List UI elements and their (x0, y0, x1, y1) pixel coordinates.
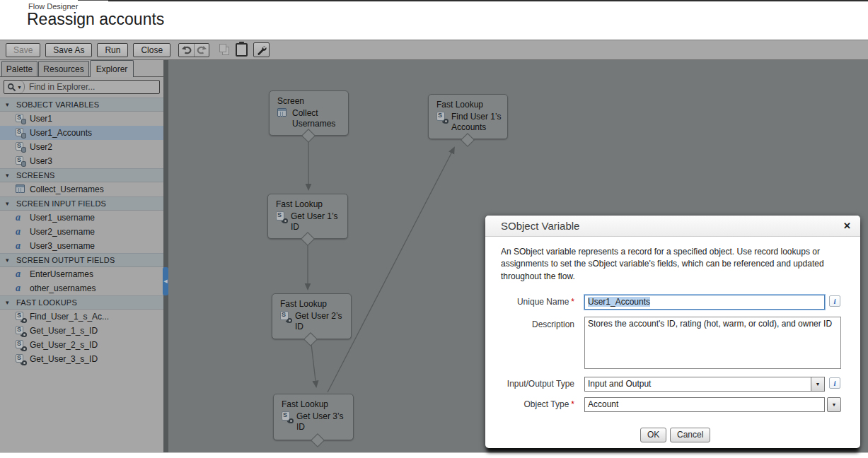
tree-item-user1[interactable]: SUser1 (0, 112, 163, 126)
tree-item-user3[interactable]: SUser3 (0, 154, 163, 168)
info-icon[interactable]: i (829, 295, 840, 307)
explorer-search-input[interactable]: ▼ Find in Explorer... (4, 80, 160, 94)
undo-redo-group (178, 43, 209, 57)
flow-node-collect-usernames[interactable]: Screen Collect Usernames (269, 90, 349, 136)
tab-explorer[interactable]: Explorer (90, 60, 134, 77)
chevron-down-icon: ▾ (6, 200, 13, 207)
chevron-down-icon: ▾ (6, 257, 13, 264)
flow-node-find-user-1s-accounts[interactable]: Fast Lookup SFind User 1’s Accounts (428, 94, 508, 139)
sobject-variable-icon: S (16, 128, 25, 138)
unique-name-input[interactable]: User1_Accounts (584, 295, 825, 310)
sidebar-collapse-handle[interactable]: ◀ (163, 267, 168, 295)
tree-item-collect-usernames[interactable]: Collect_Usernames (0, 182, 163, 196)
chevron-down-icon: ▾ (6, 299, 13, 306)
window-top-border (108, 0, 868, 1)
save-button[interactable]: Save (6, 43, 40, 57)
flow-designer-app: Flow Designer Reassign accounts Save Sav… (0, 0, 868, 458)
search-icon[interactable]: ▼ (4, 81, 25, 93)
sidebar-splitter[interactable] (163, 60, 168, 452)
tree-item-find-user-1-s-ac[interactable]: SFind_User_1_s_Ac... (0, 310, 163, 324)
window-tab-edge (78, 0, 108, 1)
text-field-icon: a (16, 213, 25, 223)
required-marker: * (571, 297, 574, 307)
ok-button[interactable]: OK (640, 428, 666, 442)
flow-node-get-user-2s-id[interactable]: Fast Lookup SGet User 2’s ID (272, 293, 352, 339)
tree-item-user1-username[interactable]: aUser1_username (0, 211, 163, 225)
tree-item-other-usernames[interactable]: aother_usernames (0, 281, 163, 295)
info-icon[interactable]: i (829, 377, 840, 389)
tab-resources[interactable]: Resources (38, 61, 89, 77)
wrench-icon[interactable] (253, 42, 270, 57)
tree-item-user2[interactable]: SUser2 (0, 140, 163, 154)
paste-icon[interactable] (236, 43, 248, 57)
redo-icon[interactable] (194, 44, 209, 57)
tree-item-user3-username[interactable]: aUser3_username (0, 239, 163, 253)
undo-icon[interactable] (179, 44, 194, 57)
object-type-label: Object Type* (485, 399, 574, 409)
chevron-left-icon: ◀ (163, 278, 167, 284)
fast-lookup-icon: S (16, 326, 25, 336)
io-type-label: Input/Output Type (485, 379, 574, 389)
fast-lookup-icon: S (280, 311, 291, 322)
chevron-down-icon: ▾ (6, 101, 13, 108)
tree-item-enterusernames[interactable]: aEnterUsernames (0, 267, 163, 281)
tree-section-screen-input-fields[interactable]: ▾SCREEN INPUT FIELDS (0, 196, 163, 211)
save-as-button[interactable]: Save As (45, 43, 92, 57)
explorer-sidebar: Palette Resources Explorer ▼ Find in Exp… (0, 60, 163, 452)
dialog-title: SObject Variable (485, 216, 860, 237)
flow-node-get-user-3s-id[interactable]: Fast Lookup SGet User 3’s ID (273, 394, 354, 440)
page-title: Reassign accounts (27, 10, 164, 29)
dialog-description-text: An SObject variable represents a record … (485, 237, 860, 283)
fast-lookup-icon: S (282, 411, 292, 422)
selected-text: User1_Accounts (588, 297, 650, 307)
screen-icon (16, 184, 25, 194)
chevron-down-icon: ▼ (17, 85, 22, 90)
sobject-variable-dialog: SObject Variable ✕ An SObject variable r… (485, 216, 860, 448)
tree-section-sobject-variables[interactable]: ▾SOBJECT VARIABLES (0, 98, 163, 112)
cancel-button[interactable]: Cancel (670, 428, 710, 442)
chevron-down-icon: ▾ (6, 172, 13, 179)
tree-section-screen-output-fields[interactable]: ▾SCREEN OUTPUT FIELDS (0, 253, 163, 267)
fast-lookup-icon: S (16, 312, 25, 322)
copy-icon[interactable] (219, 44, 230, 56)
description-label: Description (485, 319, 574, 329)
tree-item-user2-username[interactable]: aUser2_username (0, 225, 163, 239)
required-marker: * (571, 399, 574, 409)
sobject-variable-icon: S (16, 142, 25, 152)
chevron-down-icon[interactable]: ▼ (811, 377, 824, 391)
tree-section-screens[interactable]: ▾SCREENS (0, 168, 163, 182)
close-button[interactable]: Close (133, 43, 170, 57)
tree-section-fast-lookups[interactable]: ▾FAST LOOKUPS (0, 295, 163, 310)
tab-palette[interactable]: Palette (1, 61, 37, 77)
tree-item-get-user-2-s-id[interactable]: SGet_User_2_s_ID (0, 338, 163, 352)
sobject-variable-icon: S (16, 156, 25, 166)
text-field-icon: a (16, 241, 25, 251)
flow-node-get-user-1s-id[interactable]: Fast Lookup SGet User 1’s ID (267, 194, 348, 239)
fast-lookup-icon: S (16, 354, 25, 364)
screen-icon (277, 108, 288, 119)
tree-item-get-user-1-s-id[interactable]: SGet_User_1_s_ID (0, 324, 163, 338)
object-type-dropdown-button[interactable]: ▼ (827, 397, 841, 412)
object-type-input[interactable]: Account (584, 397, 825, 412)
sidebar-tabs: Palette Resources Explorer (0, 60, 163, 77)
text-field-icon: a (16, 227, 25, 237)
search-placeholder: Find in Explorer... (25, 82, 95, 92)
unique-name-label: Unique Name* (485, 297, 574, 307)
description-textarea[interactable]: Stores the account's ID, rating (hot, wa… (584, 317, 841, 369)
text-field-icon: a (16, 283, 25, 293)
fast-lookup-icon: S (276, 211, 287, 222)
tree-item-get-user-3-s-id[interactable]: SGet_User_3_s_ID (0, 352, 163, 366)
tree-item-user1-accounts[interactable]: SUser1_Accounts (0, 126, 163, 140)
close-icon[interactable]: ✕ (843, 221, 851, 231)
run-button[interactable]: Run (97, 43, 128, 57)
fast-lookup-icon: S (436, 112, 447, 122)
io-type-select[interactable]: Input and Output ▼ (584, 377, 825, 392)
sobject-variable-icon: S (16, 114, 25, 124)
fast-lookup-icon: S (16, 340, 25, 350)
text-field-icon: a (16, 269, 25, 279)
toolbar: Save Save As Run Close (0, 40, 868, 60)
